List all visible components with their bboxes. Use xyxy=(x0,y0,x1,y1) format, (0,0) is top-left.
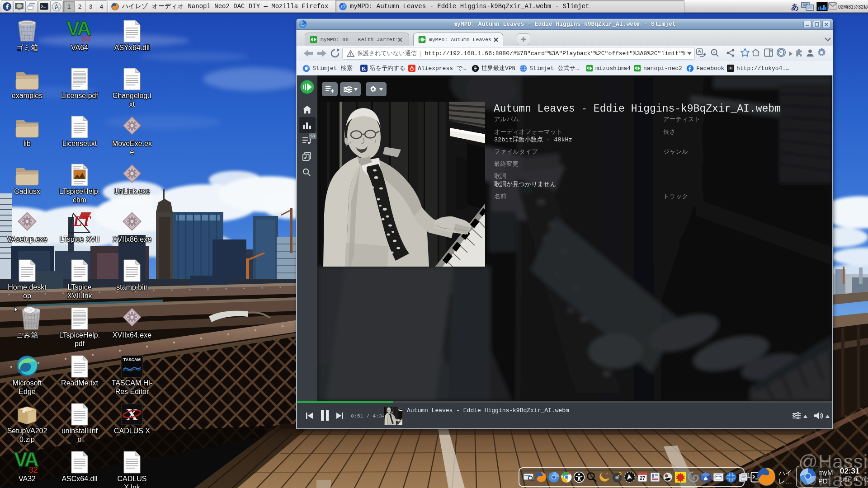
svg-text:B.: B. xyxy=(361,66,366,72)
svg-text:32: 32 xyxy=(29,465,38,474)
svg-text:27: 27 xyxy=(640,475,645,481)
svg-text:64: 64 xyxy=(81,34,90,42)
